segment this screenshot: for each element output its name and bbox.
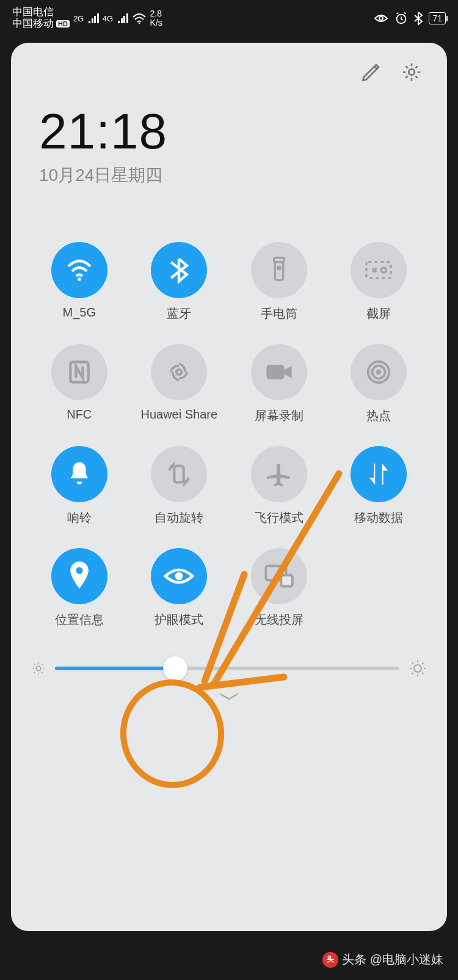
signal-4g: 4G: [103, 13, 128, 23]
quick-settings-panel: 21:18 10月24日星期四 M_5G蓝牙手电筒截屏NFCHuawei Sha…: [11, 43, 447, 931]
tile-share[interactable]: Huawei Share: [129, 344, 230, 424]
tile-label: 手电筒: [261, 305, 297, 322]
svg-rect-16: [175, 466, 184, 483]
brightness-slider[interactable]: [26, 659, 432, 678]
wifi-icon: [51, 242, 107, 298]
tile-bluetooth[interactable]: 蓝牙: [129, 242, 230, 322]
tile-label: 位置信息: [55, 612, 104, 628]
sun-small-icon: [31, 660, 46, 676]
svg-point-3: [409, 69, 415, 75]
svg-point-4: [78, 277, 81, 281]
tile-grid: M_5G蓝牙手电筒截屏NFCHuawei Share屏幕录制热点响铃自动旋转飞行…: [26, 242, 432, 628]
tile-bell[interactable]: 响铃: [29, 446, 129, 526]
svg-point-7: [278, 267, 280, 269]
gear-icon: [401, 61, 423, 83]
svg-rect-12: [266, 365, 284, 379]
watermark-handle: @电脑小迷妹: [370, 951, 443, 968]
tile-airplane[interactable]: 飞行模式: [229, 446, 329, 526]
signal-bars-icon: [118, 13, 128, 23]
nfc-icon: [51, 344, 107, 400]
carrier-2: 中国移动: [12, 18, 54, 30]
svg-rect-19: [281, 575, 292, 586]
expand-handle[interactable]: [217, 692, 241, 701]
bluetooth-icon: [151, 242, 207, 298]
cast-icon: [251, 548, 307, 604]
tile-record[interactable]: 屏幕录制: [229, 344, 329, 424]
battery-indicator: 71: [429, 12, 446, 24]
svg-point-22: [414, 665, 421, 672]
svg-point-1: [379, 16, 383, 20]
tile-eye[interactable]: 护眼模式: [129, 548, 230, 628]
watermark-avatar: 头: [322, 952, 338, 968]
tile-label: 无线投屏: [255, 612, 304, 628]
tile-nfc[interactable]: NFC: [29, 344, 129, 424]
eye-comfort-icon: [374, 13, 388, 24]
tile-label: M_5G: [63, 305, 96, 320]
signal-2g: 2G: [73, 13, 99, 23]
brightness-thumb[interactable]: [163, 656, 187, 681]
status-bar: 中国电信 中国移动 HD 2G 4G 2.8 K/s 71: [0, 0, 458, 37]
settings-button[interactable]: [399, 60, 424, 84]
tile-hotspot[interactable]: 热点: [329, 344, 429, 424]
signal-bars-icon: [89, 13, 99, 23]
svg-rect-5: [275, 262, 283, 280]
tile-label: Huawei Share: [140, 408, 217, 422]
record-icon: [251, 344, 307, 400]
tile-location[interactable]: 位置信息: [29, 548, 129, 628]
tile-label: 移动数据: [354, 510, 403, 526]
sun-large-icon: [408, 659, 427, 678]
bell-icon: [51, 446, 107, 502]
eye-icon: [151, 548, 207, 604]
tile-label: 响铃: [67, 510, 92, 526]
tile-label: 护眼模式: [154, 612, 203, 628]
tile-label: 蓝牙: [167, 305, 191, 322]
status-right: 71: [374, 12, 446, 25]
status-left: 中国电信 中国移动 HD 2G 4G 2.8 K/s: [12, 7, 162, 29]
tile-rotate[interactable]: 自动旋转: [129, 446, 230, 526]
svg-point-9: [381, 268, 386, 272]
tile-label: 截屏: [366, 305, 391, 322]
tile-label: 屏幕录制: [255, 408, 304, 424]
tile-cast[interactable]: 无线投屏: [229, 548, 329, 628]
data-icon: [351, 446, 407, 502]
brightness-track[interactable]: [55, 667, 399, 670]
svg-rect-6: [274, 258, 284, 262]
carrier-1: 中国电信: [12, 7, 70, 18]
clock-time: 21:18: [39, 103, 432, 160]
svg-point-21: [36, 666, 41, 671]
wifi-icon: [132, 12, 147, 24]
clock-date: 10月24日星期四: [39, 164, 432, 187]
share-icon: [151, 344, 207, 400]
tile-screenshot[interactable]: 截屏: [329, 242, 429, 322]
tile-label: 热点: [366, 408, 391, 424]
airplane-icon: [251, 446, 307, 502]
tile-label: 自动旋转: [154, 510, 203, 526]
chevron-down-icon: [217, 692, 241, 701]
bluetooth-icon: [414, 12, 423, 25]
svg-point-11: [176, 370, 182, 375]
alarm-icon: [394, 12, 408, 25]
tile-label: 飞行模式: [255, 510, 304, 526]
hd-badge: HD: [56, 20, 70, 27]
watermark-prefix: 头条: [342, 951, 366, 968]
pencil-icon: [360, 61, 382, 83]
svg-point-17: [175, 572, 183, 580]
network-speed: 2.8 K/s: [150, 9, 162, 27]
brightness-fill: [55, 667, 175, 670]
location-icon: [51, 548, 107, 604]
screenshot-icon: [351, 242, 407, 298]
tile-wifi[interactable]: M_5G: [29, 242, 129, 322]
hotspot-icon: [351, 344, 407, 400]
svg-point-0: [138, 23, 140, 24]
tile-flashlight[interactable]: 手电筒: [229, 242, 329, 322]
tile-label: NFC: [67, 408, 92, 422]
rotate-icon: [151, 446, 207, 502]
flashlight-icon: [251, 242, 307, 298]
svg-point-13: [376, 370, 381, 375]
tile-data[interactable]: 移动数据: [329, 446, 429, 526]
edit-button[interactable]: [359, 60, 383, 84]
watermark: 头 头条 @电脑小迷妹: [322, 951, 443, 968]
